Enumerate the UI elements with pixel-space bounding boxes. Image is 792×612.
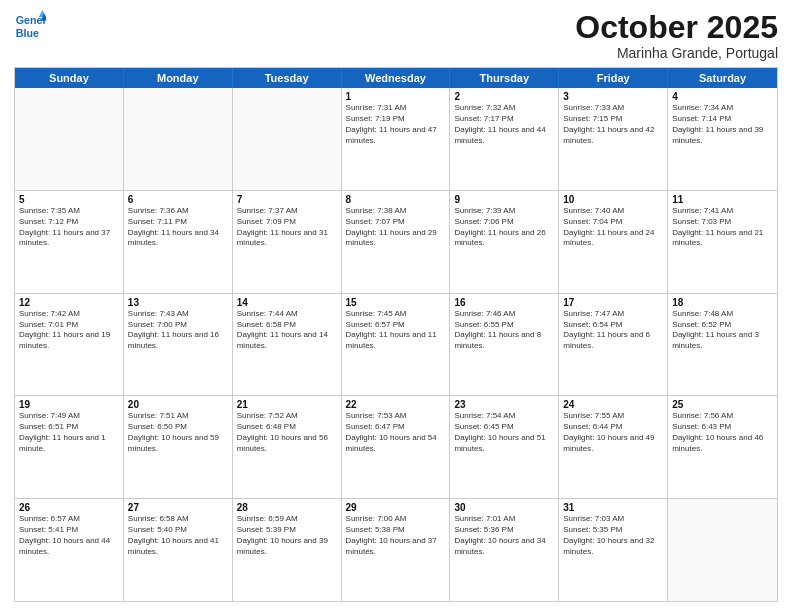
- day-number: 21: [237, 399, 337, 410]
- cell-info: Sunrise: 7:32 AM Sunset: 7:17 PM Dayligh…: [454, 103, 554, 146]
- cell-info: Sunrise: 7:35 AM Sunset: 7:12 PM Dayligh…: [19, 206, 119, 249]
- day-cell-16: 16Sunrise: 7:46 AM Sunset: 6:55 PM Dayli…: [450, 294, 559, 396]
- cell-info: Sunrise: 7:54 AM Sunset: 6:45 PM Dayligh…: [454, 411, 554, 454]
- day-cell-25: 25Sunrise: 7:56 AM Sunset: 6:43 PM Dayli…: [668, 396, 777, 498]
- day-cell-9: 9Sunrise: 7:39 AM Sunset: 7:06 PM Daylig…: [450, 191, 559, 293]
- cell-info: Sunrise: 7:31 AM Sunset: 7:19 PM Dayligh…: [346, 103, 446, 146]
- calendar-header-row: SundayMondayTuesdayWednesdayThursdayFrid…: [15, 68, 777, 88]
- day-number: 30: [454, 502, 554, 513]
- cell-info: Sunrise: 7:38 AM Sunset: 7:07 PM Dayligh…: [346, 206, 446, 249]
- calendar-row-2: 5Sunrise: 7:35 AM Sunset: 7:12 PM Daylig…: [15, 190, 777, 293]
- empty-cell: [15, 88, 124, 190]
- day-number: 22: [346, 399, 446, 410]
- day-cell-28: 28Sunrise: 6:59 AM Sunset: 5:39 PM Dayli…: [233, 499, 342, 601]
- day-cell-11: 11Sunrise: 7:41 AM Sunset: 7:03 PM Dayli…: [668, 191, 777, 293]
- logo: General Blue: [14, 10, 46, 42]
- svg-text:Blue: Blue: [16, 27, 39, 39]
- day-number: 6: [128, 194, 228, 205]
- day-cell-31: 31Sunrise: 7:03 AM Sunset: 5:35 PM Dayli…: [559, 499, 668, 601]
- weekday-header-tuesday: Tuesday: [233, 68, 342, 88]
- day-number: 25: [672, 399, 773, 410]
- location-title: Marinha Grande, Portugal: [575, 45, 778, 61]
- day-number: 9: [454, 194, 554, 205]
- day-number: 13: [128, 297, 228, 308]
- weekday-header-wednesday: Wednesday: [342, 68, 451, 88]
- day-cell-3: 3Sunrise: 7:33 AM Sunset: 7:15 PM Daylig…: [559, 88, 668, 190]
- day-number: 19: [19, 399, 119, 410]
- day-number: 28: [237, 502, 337, 513]
- weekday-header-sunday: Sunday: [15, 68, 124, 88]
- cell-info: Sunrise: 6:57 AM Sunset: 5:41 PM Dayligh…: [19, 514, 119, 557]
- calendar: SundayMondayTuesdayWednesdayThursdayFrid…: [14, 67, 778, 602]
- day-cell-18: 18Sunrise: 7:48 AM Sunset: 6:52 PM Dayli…: [668, 294, 777, 396]
- day-number: 2: [454, 91, 554, 102]
- logo-icon: General Blue: [14, 10, 46, 42]
- day-number: 7: [237, 194, 337, 205]
- day-number: 8: [346, 194, 446, 205]
- day-cell-2: 2Sunrise: 7:32 AM Sunset: 7:17 PM Daylig…: [450, 88, 559, 190]
- cell-info: Sunrise: 7:40 AM Sunset: 7:04 PM Dayligh…: [563, 206, 663, 249]
- cell-info: Sunrise: 7:47 AM Sunset: 6:54 PM Dayligh…: [563, 309, 663, 352]
- calendar-body: 1Sunrise: 7:31 AM Sunset: 7:19 PM Daylig…: [15, 88, 777, 601]
- cell-info: Sunrise: 7:00 AM Sunset: 5:38 PM Dayligh…: [346, 514, 446, 557]
- day-cell-4: 4Sunrise: 7:34 AM Sunset: 7:14 PM Daylig…: [668, 88, 777, 190]
- empty-cell: [233, 88, 342, 190]
- day-cell-7: 7Sunrise: 7:37 AM Sunset: 7:09 PM Daylig…: [233, 191, 342, 293]
- weekday-header-monday: Monday: [124, 68, 233, 88]
- cell-info: Sunrise: 7:37 AM Sunset: 7:09 PM Dayligh…: [237, 206, 337, 249]
- cell-info: Sunrise: 7:52 AM Sunset: 6:48 PM Dayligh…: [237, 411, 337, 454]
- calendar-row-5: 26Sunrise: 6:57 AM Sunset: 5:41 PM Dayli…: [15, 498, 777, 601]
- empty-cell: [124, 88, 233, 190]
- day-number: 1: [346, 91, 446, 102]
- day-number: 5: [19, 194, 119, 205]
- calendar-row-3: 12Sunrise: 7:42 AM Sunset: 7:01 PM Dayli…: [15, 293, 777, 396]
- cell-info: Sunrise: 7:56 AM Sunset: 6:43 PM Dayligh…: [672, 411, 773, 454]
- cell-info: Sunrise: 7:55 AM Sunset: 6:44 PM Dayligh…: [563, 411, 663, 454]
- cell-info: Sunrise: 7:33 AM Sunset: 7:15 PM Dayligh…: [563, 103, 663, 146]
- cell-info: Sunrise: 7:53 AM Sunset: 6:47 PM Dayligh…: [346, 411, 446, 454]
- cell-info: Sunrise: 7:41 AM Sunset: 7:03 PM Dayligh…: [672, 206, 773, 249]
- day-number: 14: [237, 297, 337, 308]
- day-number: 18: [672, 297, 773, 308]
- cell-info: Sunrise: 7:43 AM Sunset: 7:00 PM Dayligh…: [128, 309, 228, 352]
- day-cell-6: 6Sunrise: 7:36 AM Sunset: 7:11 PM Daylig…: [124, 191, 233, 293]
- day-cell-20: 20Sunrise: 7:51 AM Sunset: 6:50 PM Dayli…: [124, 396, 233, 498]
- cell-info: Sunrise: 7:48 AM Sunset: 6:52 PM Dayligh…: [672, 309, 773, 352]
- cell-info: Sunrise: 7:46 AM Sunset: 6:55 PM Dayligh…: [454, 309, 554, 352]
- day-cell-27: 27Sunrise: 6:58 AM Sunset: 5:40 PM Dayli…: [124, 499, 233, 601]
- calendar-row-1: 1Sunrise: 7:31 AM Sunset: 7:19 PM Daylig…: [15, 88, 777, 190]
- day-cell-8: 8Sunrise: 7:38 AM Sunset: 7:07 PM Daylig…: [342, 191, 451, 293]
- cell-info: Sunrise: 7:49 AM Sunset: 6:51 PM Dayligh…: [19, 411, 119, 454]
- day-cell-17: 17Sunrise: 7:47 AM Sunset: 6:54 PM Dayli…: [559, 294, 668, 396]
- day-number: 15: [346, 297, 446, 308]
- day-cell-13: 13Sunrise: 7:43 AM Sunset: 7:00 PM Dayli…: [124, 294, 233, 396]
- day-cell-19: 19Sunrise: 7:49 AM Sunset: 6:51 PM Dayli…: [15, 396, 124, 498]
- day-number: 12: [19, 297, 119, 308]
- calendar-row-4: 19Sunrise: 7:49 AM Sunset: 6:51 PM Dayli…: [15, 395, 777, 498]
- day-cell-29: 29Sunrise: 7:00 AM Sunset: 5:38 PM Dayli…: [342, 499, 451, 601]
- day-number: 26: [19, 502, 119, 513]
- cell-info: Sunrise: 6:58 AM Sunset: 5:40 PM Dayligh…: [128, 514, 228, 557]
- day-number: 3: [563, 91, 663, 102]
- empty-cell: [668, 499, 777, 601]
- day-number: 16: [454, 297, 554, 308]
- day-number: 10: [563, 194, 663, 205]
- day-number: 11: [672, 194, 773, 205]
- day-cell-14: 14Sunrise: 7:44 AM Sunset: 6:58 PM Dayli…: [233, 294, 342, 396]
- title-block: October 2025 Marinha Grande, Portugal: [575, 10, 778, 61]
- day-cell-21: 21Sunrise: 7:52 AM Sunset: 6:48 PM Dayli…: [233, 396, 342, 498]
- day-number: 4: [672, 91, 773, 102]
- cell-info: Sunrise: 7:39 AM Sunset: 7:06 PM Dayligh…: [454, 206, 554, 249]
- day-cell-5: 5Sunrise: 7:35 AM Sunset: 7:12 PM Daylig…: [15, 191, 124, 293]
- cell-info: Sunrise: 7:01 AM Sunset: 5:36 PM Dayligh…: [454, 514, 554, 557]
- day-cell-24: 24Sunrise: 7:55 AM Sunset: 6:44 PM Dayli…: [559, 396, 668, 498]
- cell-info: Sunrise: 7:44 AM Sunset: 6:58 PM Dayligh…: [237, 309, 337, 352]
- day-number: 27: [128, 502, 228, 513]
- weekday-header-saturday: Saturday: [668, 68, 777, 88]
- day-cell-10: 10Sunrise: 7:40 AM Sunset: 7:04 PM Dayli…: [559, 191, 668, 293]
- month-title: October 2025: [575, 10, 778, 45]
- cell-info: Sunrise: 7:42 AM Sunset: 7:01 PM Dayligh…: [19, 309, 119, 352]
- cell-info: Sunrise: 7:45 AM Sunset: 6:57 PM Dayligh…: [346, 309, 446, 352]
- weekday-header-friday: Friday: [559, 68, 668, 88]
- day-number: 17: [563, 297, 663, 308]
